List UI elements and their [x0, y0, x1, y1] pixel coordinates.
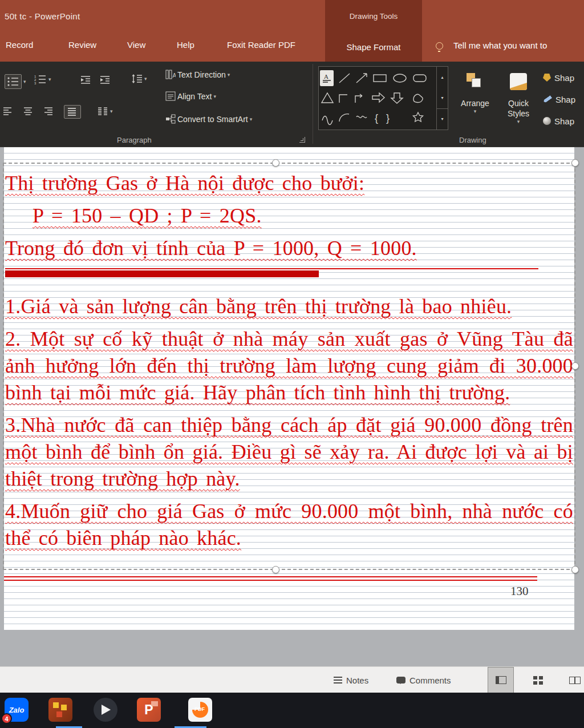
slide-sorter-icon [533, 676, 537, 680]
comments-label: Comments [409, 676, 451, 685]
arrange-button[interactable]: Arrange ▾ [455, 67, 495, 140]
selection-handle-bottom-center[interactable] [272, 566, 279, 573]
slide-sorter-view-button[interactable] [525, 667, 551, 693]
paragraph-dialog-launcher[interactable] [299, 137, 305, 143]
textbox-content: Thị trường Gas ở Hà nội được cho bưởi: P… [4, 164, 574, 552]
taskbar-zalo-icon[interactable]: Zalo 4 [5, 698, 29, 722]
svg-text:A: A [324, 73, 328, 80]
line-spacing-button[interactable]: ▾ [131, 74, 147, 83]
text-direction-button[interactable]: A Text Direction ▾ [165, 70, 230, 79]
taskbar-game-icon[interactable] [48, 698, 72, 722]
tab-view[interactable]: View [127, 40, 145, 50]
decrease-indent-icon [80, 75, 91, 84]
red-bottom-rules [4, 576, 537, 583]
taskbar-powerpoint-icon[interactable]: P [137, 698, 161, 722]
tell-me-box[interactable]: Tell me what you want to [453, 41, 547, 50]
convert-to-smartart-chevron-icon: ▾ [250, 116, 253, 122]
shapes-gallery[interactable]: A [318, 66, 448, 130]
tab-record[interactable]: Record [6, 40, 33, 50]
lightbulb-icon [436, 42, 443, 50]
gallery-more-icon[interactable]: ▾ [437, 108, 448, 130]
tab-foxit-reader-pdf[interactable]: Foxit Reader PDF [227, 40, 295, 50]
slide[interactable]: Thị trường Gas ở Hà nội được cho bưởi: P… [4, 147, 574, 630]
zalo-label: Zalo [9, 706, 25, 714]
group-separator [313, 64, 313, 144]
quick-styles-chevron-icon: ▾ [517, 119, 520, 124]
selection-handle-top-center[interactable] [272, 159, 279, 167]
bullets-icon [5, 74, 22, 89]
align-center-button[interactable] [24, 107, 33, 115]
notes-label: Notes [346, 676, 368, 685]
numbering-icon: 123 [34, 74, 47, 84]
question-1: 1.Giá và sản lượng cân bằng trên thị trư… [5, 293, 573, 320]
selection-handle-right-middle[interactable] [571, 362, 579, 370]
question-4: 4.Muốn giữ cho giá Gas ở mức 90.000 một … [5, 498, 573, 552]
convert-to-smartart-label: Convert to SmartArt [177, 115, 248, 124]
align-right-icon [44, 107, 54, 115]
shapes-row-3: { } [320, 108, 435, 128]
notes-button[interactable]: Notes [334, 667, 368, 693]
selection-handle-bottom-right[interactable] [571, 566, 579, 573]
normal-view-button[interactable] [488, 667, 514, 693]
shape-fill-button[interactable]: Shap [543, 68, 584, 87]
bullets-chevron-icon: ▾ [23, 79, 26, 84]
line-spacing-icon [131, 74, 143, 83]
bullets-button[interactable]: ▾ [5, 74, 26, 89]
shape-icons-line-arrow-rect-oval-rounded[interactable] [336, 71, 434, 86]
quick-styles-button[interactable]: Quick Styles ▾ [501, 67, 536, 140]
columns-button[interactable]: ▾ [98, 107, 113, 115]
columns-chevron-icon: ▾ [110, 108, 113, 114]
tab-review[interactable]: Review [68, 40, 96, 50]
ribbon: ▾ 123 ▾ ▾ ▾ [0, 62, 584, 147]
increase-indent-button[interactable] [99, 75, 111, 84]
tab-shape-format[interactable]: Shape Format [325, 32, 422, 62]
question-2: 2. Một sự cố kỹ thuật ở nhà máy sản xuất… [5, 326, 573, 406]
svg-text:A: A [173, 72, 176, 79]
shape-fill-label: Shap [554, 73, 574, 83]
tab-help[interactable]: Help [177, 40, 194, 50]
shape-icons-triangle-connectors-arrows[interactable] [320, 90, 434, 106]
reading-view-button[interactable] [562, 667, 584, 693]
powerpoint-window: 50t tc - PowerPoint Drawing Tools Record… [0, 0, 584, 728]
slide-textbox[interactable]: Thị trường Gas ở Hà nội được cho bưởi: P… [3, 163, 575, 570]
decrease-indent-button[interactable] [80, 75, 91, 84]
selection-handle-top-right[interactable] [571, 159, 579, 167]
drawing-tools-label: Drawing Tools [350, 12, 398, 21]
align-left-icon [3, 107, 13, 115]
justify-button[interactable] [64, 105, 81, 119]
comments-button[interactable]: Comments [396, 667, 451, 693]
align-left-button[interactable] [3, 107, 13, 115]
convert-to-smartart-button[interactable]: Convert to SmartArt ▾ [165, 114, 252, 124]
gallery-scroll-up-icon[interactable]: ▴ [437, 67, 448, 87]
align-text-button[interactable]: Align Text ▾ [165, 91, 216, 101]
align-text-icon [165, 91, 176, 101]
intro-line-2: P = 150 – QD ; P = 2QS. [5, 200, 573, 232]
justify-icon [68, 108, 77, 116]
status-bar: Notes Comments [0, 666, 584, 693]
text-box-shape-icon[interactable]: A [320, 70, 334, 86]
align-right-button[interactable] [44, 107, 54, 115]
convert-to-smartart-icon [165, 114, 176, 124]
taskbar-media-app-icon[interactable] [94, 698, 117, 722]
divider-thin-line [5, 268, 538, 269]
columns-icon [98, 107, 108, 115]
numbering-button[interactable]: 123 ▾ [34, 74, 51, 84]
svg-text:{: { [375, 112, 378, 124]
increase-indent-icon [99, 75, 111, 84]
gallery-scroll-down-icon[interactable]: ▾ [437, 87, 448, 108]
shape-effects-button[interactable]: Shap [543, 112, 584, 130]
arrange-icon [467, 73, 484, 90]
notification-badge: 4 [1, 713, 12, 724]
numbering-chevron-icon: ▾ [48, 76, 51, 82]
red-divider [5, 268, 573, 278]
svg-text:}: } [386, 112, 390, 124]
shape-fill-icon [543, 74, 551, 82]
editing-canvas: Thị trường Gas ở Hà nội được cho bưởi: P… [0, 147, 584, 666]
shape-outline-button[interactable]: Shap [543, 90, 584, 108]
divider-thick-bar [5, 270, 319, 277]
text-direction-icon: A [165, 70, 176, 79]
shape-outline-label: Shap [555, 95, 575, 104]
shape-icons-curves-braces-star[interactable]: { } [320, 110, 434, 126]
taskbar-foxit-icon[interactable]: PDF [188, 698, 212, 722]
taskbar: Zalo 4 P PDF [0, 693, 584, 728]
